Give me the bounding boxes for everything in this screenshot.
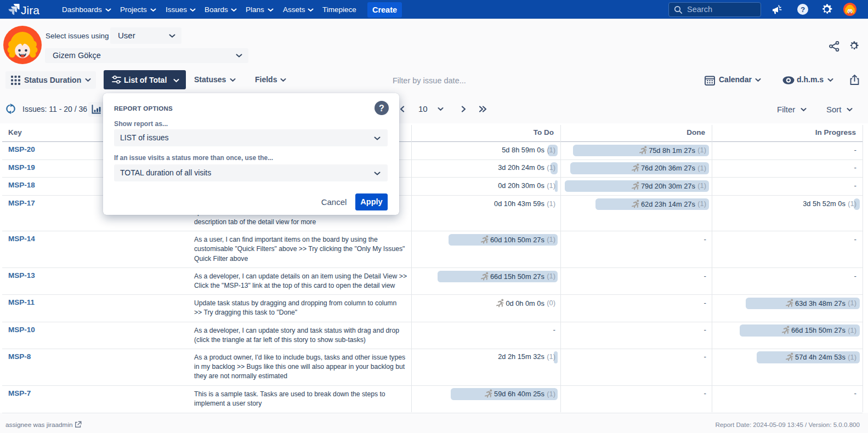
svg-text:?: ? <box>801 5 805 14</box>
svg-text:?: ? <box>379 104 384 113</box>
